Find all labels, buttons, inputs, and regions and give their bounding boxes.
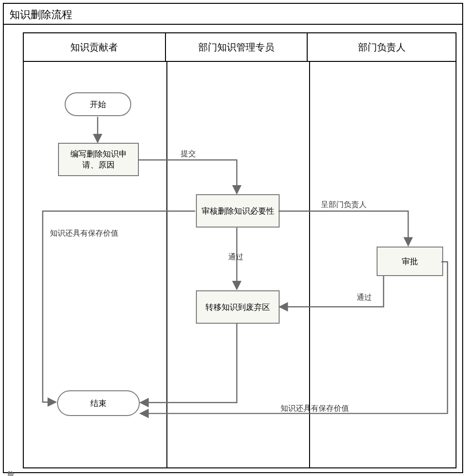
outer-frame: 知识删除流程 阶段 知识贡献者 部门知识管理专员 部门负责人 开始 编写删除知识… [3,3,463,473]
edge-label-pass2: 通过 [357,293,372,303]
lane-body: 开始 编写删除知识申请、原因 审核删除知识必要性 转移知识到废弃区 审批 结束 [24,62,456,467]
stage-label: 阶段 [7,466,15,467]
node-end: 结束 [57,390,140,416]
node-approve: 审批 [377,247,443,276]
node-review-necessity: 审核删除知识必要性 [196,194,280,228]
node-start: 开始 [65,92,131,116]
edge-label-pass1: 通过 [228,252,243,262]
lane-divider-2 [309,62,310,467]
node-move-archive: 转移知识到废弃区 [196,290,280,324]
lane-header-specialist: 部门知识管理专员 [166,33,308,61]
flowchart-canvas: 知识删除流程 阶段 知识贡献者 部门知识管理专员 部门负责人 开始 编写删除知识… [0,0,466,476]
swimlane-container: 知识贡献者 部门知识管理专员 部门负责人 开始 编写删除知识申请、原因 审核删除… [23,32,456,468]
edge-label-submit: 提交 [181,149,196,159]
edge-label-still-valuable-left: 知识还具有保存价值 [50,228,118,238]
edge-label-still-valuable-right: 知识还具有保存价值 [281,404,349,414]
diagram-title: 知识删除流程 [4,4,462,25]
lane-header-contributor: 知识贡献者 [24,33,166,61]
lane-headers: 知识贡献者 部门知识管理专员 部门负责人 [24,33,456,62]
lane-divider-1 [166,62,167,467]
edge-label-to-manager: 呈部门负责人 [321,200,367,210]
lane-header-manager: 部门负责人 [308,33,456,61]
node-write-request: 编写删除知识申请、原因 [58,143,139,176]
